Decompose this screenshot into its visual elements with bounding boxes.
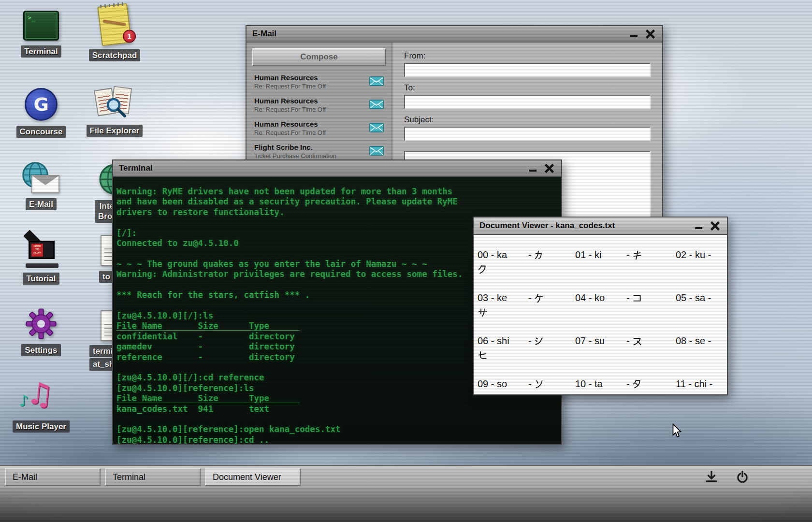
icon-label-music-player: Music Player [13,420,70,433]
kana-entry: 00 - ka [478,247,528,262]
tutorial-icon: HOW TO PLAY [22,234,60,268]
taskbar-button[interactable]: Terminal [105,468,201,486]
kana-entry: 06 - shi [478,334,528,348]
terminal-prompt-glyph: >_ [28,14,35,21]
desktop-icon-settings[interactable]: Settings [12,308,70,356]
to-input[interactable] [404,95,651,109]
concourse-icon: G [25,88,58,121]
kana-entry: 10 - ta [575,377,626,391]
terminal-window-title: Terminal [119,163,522,173]
power-icon[interactable] [736,470,749,484]
desktop-icon-terminal[interactable]: >_ Terminal [12,11,70,58]
close-button[interactable] [543,163,555,174]
compose-button[interactable]: Compose [252,48,386,66]
to-label: To: [404,83,651,93]
email-subject: Re: Request For Time Off [254,129,367,136]
screen-bezel [0,488,812,522]
email-sender: Flight Scribe Inc. [254,143,367,151]
kana-wrap-glyph [478,391,723,394]
scratchpad-icon: 1 [97,3,132,46]
taskbar-tray [705,470,749,484]
icon-label-concourse: Concourse [16,126,66,138]
desktop-icon-scratchpad[interactable]: 1 Scratchpad [86,5,144,61]
kana-entry: 09 - so [478,377,528,391]
kana-entry: 04 - ko [575,290,626,305]
kana-row: 06 - shi - 07 - su - 08 - se - [478,334,723,362]
subject-label: Subject: [404,115,651,125]
terminal-line: kana_codes.txt 941 text [116,404,561,414]
document-content: 00 - ka - 01 - ki - 02 - ku - 03 - ke - … [474,235,727,394]
terminal-line: [zu@4.5.10.0][reference]:open kana_codes… [116,424,561,435]
email-sender: Human Resources [254,120,367,128]
subject-input[interactable] [404,127,651,141]
minimize-button[interactable] [692,220,705,231]
email-list: Human Resources Re: Request For Time Off… [251,71,387,163]
email-sender: Human Resources [254,97,367,105]
terminal-line [116,414,561,424]
taskbar-buttons: E-Mail Terminal Document Viewer [5,468,301,486]
email-titlebar[interactable]: E-Mail [246,26,662,43]
envelope-icon [369,100,384,109]
kana-row: 00 - ka - 01 - ki - 02 - ku - [478,247,723,276]
kana-entry: 02 - ku - [676,247,723,262]
from-label: From: [404,51,651,61]
envelope-icon [369,76,384,86]
envelope-icon [369,123,384,132]
taskbar: E-Mail Terminal Document Viewer [0,465,812,488]
desktop-icon-music-player[interactable]: ♫♪ Music Player [12,379,70,433]
kana-entry: 05 - sa - [676,290,723,305]
gear-icon [26,308,57,339]
kana-row: 03 - ke - 04 - ko - 05 - sa - [478,290,723,319]
kana-wrap-glyph [478,305,723,319]
document-viewer-titlebar[interactable]: Document Viewer - kana_codes.txt [474,218,727,235]
desktop-icon-file-explorer[interactable]: File Explorer [86,86,144,137]
kana-glyph-cell: - [626,377,676,391]
icon-label-scratchpad: Scratchpad [89,49,141,61]
music-notes-icon: ♫♪ [21,379,61,416]
icon-label-tutorial: Tutorial [23,273,59,285]
envelope-icon [31,175,59,193]
email-list-item[interactable]: Human Resources Re: Request For Time Off [251,94,387,117]
kana-glyph-cell: - [528,334,575,348]
kana-entry: 11 - chi - [676,377,723,391]
icon-label-email: E-Mail [26,198,57,210]
magnifier-icon [105,97,128,119]
mouse-cursor [671,423,682,438]
terminal-line: and have been disabled as a security pre… [116,197,561,207]
icon-label-file-explorer: File Explorer [87,125,143,137]
kana-entry: 08 - se - [676,334,723,348]
terminal-line: [zu@4.5.10.0][reference]:cd .. [116,435,561,444]
document-viewer-window: Document Viewer - kana_codes.txt 00 - ka… [473,217,728,395]
desktop-icon-email[interactable]: E-Mail [12,161,70,210]
email-list-item[interactable]: Human Resources Re: Request For Time Off [251,117,387,140]
icon-label-settings: Settings [21,344,60,356]
notification-badge: 1 [123,29,136,43]
from-input[interactable] [404,63,651,77]
taskbar-button[interactable]: E-Mail [5,468,101,486]
icon-label-terminal: Terminal [21,45,61,58]
kana-glyph-cell: - [626,334,676,348]
email-window-title: E-Mail [252,29,624,39]
desktop-icon-concourse[interactable]: G Concourse [12,88,70,138]
kana-row: 09 - so - 10 - ta - 11 - chi - [478,377,723,394]
kana-glyph-cell: - [626,247,676,262]
how-to-play-sign: HOW TO PLAY [31,244,43,257]
minimize-button[interactable] [526,163,539,174]
email-subject: Re: Request For Time Off [254,106,367,113]
email-list-item[interactable]: Human Resources Re: Request For Time Off [251,71,387,94]
minimize-button[interactable] [627,29,640,39]
email-subject: Ticket Purchase Confirmation [254,152,367,160]
file-explorer-icon [94,86,135,120]
kana-glyph-cell: - [528,247,575,262]
email-subject: Re: Request For Time Off [254,83,367,90]
kana-entry: 07 - su [575,334,626,348]
terminal-titlebar[interactable]: Terminal [113,160,561,177]
close-button[interactable] [709,220,721,231]
download-icon[interactable] [705,470,718,484]
close-button[interactable] [644,29,656,39]
kana-glyph-cell: - [626,290,676,305]
email-sender: Human Resources [254,73,367,82]
taskbar-button[interactable]: Document Viewer [205,468,301,486]
desktop-icon-tutorial[interactable]: HOW TO PLAY Tutorial [12,234,70,285]
envelope-icon [369,146,384,156]
